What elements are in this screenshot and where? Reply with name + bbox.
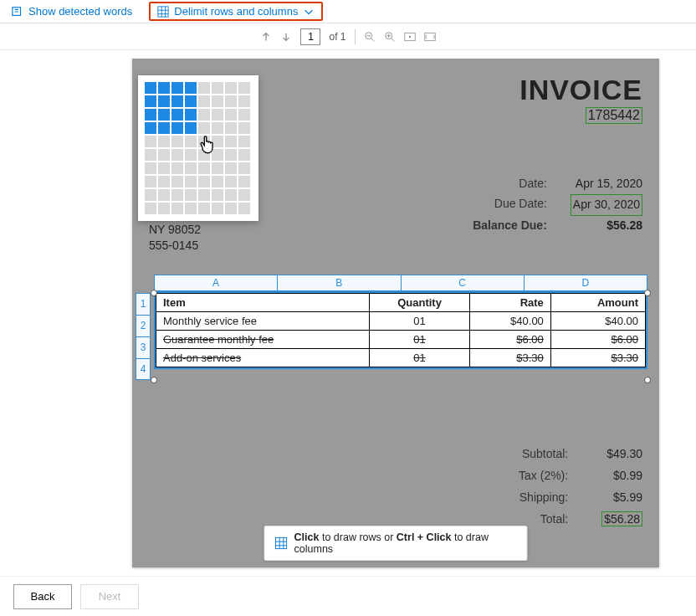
grid-cell[interactable] bbox=[212, 162, 223, 174]
grid-cell[interactable] bbox=[171, 95, 183, 107]
grid-cell[interactable] bbox=[238, 189, 250, 201]
grid-cell[interactable] bbox=[238, 176, 250, 187]
grid-cell[interactable] bbox=[171, 122, 183, 134]
grid-cell[interactable] bbox=[198, 203, 210, 214]
grid-cell[interactable] bbox=[198, 109, 210, 121]
grid-cell[interactable] bbox=[171, 203, 183, 214]
grid-cell[interactable] bbox=[158, 149, 170, 161]
grid-cell[interactable] bbox=[238, 109, 250, 121]
grid-cell[interactable] bbox=[225, 109, 237, 121]
grid-cell[interactable] bbox=[158, 189, 170, 201]
grid-cell[interactable] bbox=[171, 162, 183, 174]
col-B[interactable]: B bbox=[277, 275, 400, 291]
grid-cell[interactable] bbox=[171, 82, 183, 94]
grid-cell[interactable] bbox=[198, 82, 210, 94]
grid-cell[interactable] bbox=[185, 149, 197, 161]
grid-cell[interactable] bbox=[212, 203, 223, 214]
grid-cell[interactable] bbox=[145, 95, 156, 107]
grid-size-picker[interactable] bbox=[138, 75, 258, 221]
delimit-dropdown[interactable]: Delimit rows and columns bbox=[149, 2, 323, 21]
resize-handle-sw[interactable] bbox=[151, 377, 157, 383]
grid-cell[interactable] bbox=[171, 109, 183, 121]
grid-cell[interactable] bbox=[185, 122, 197, 134]
grid-cell[interactable] bbox=[158, 82, 170, 94]
grid-cell[interactable] bbox=[171, 189, 183, 201]
col-D[interactable]: D bbox=[524, 275, 647, 291]
grid-cell[interactable] bbox=[212, 109, 223, 121]
grid-cell[interactable] bbox=[212, 176, 223, 187]
grid-cell[interactable] bbox=[212, 82, 223, 94]
table-selection[interactable]: A B C D 1 2 3 4 Item Quantity Rate Amoun… bbox=[132, 275, 647, 369]
resize-handle-se[interactable] bbox=[644, 377, 651, 383]
grid-cell[interactable] bbox=[238, 162, 250, 174]
grid-cell[interactable] bbox=[225, 149, 237, 161]
grid-cell[interactable] bbox=[185, 176, 197, 187]
resize-handle-nw[interactable] bbox=[151, 290, 157, 296]
grid-cell[interactable] bbox=[158, 136, 170, 147]
grid-cell[interactable] bbox=[171, 176, 183, 187]
grid-cell[interactable] bbox=[185, 203, 197, 214]
grid-cell[interactable] bbox=[145, 122, 156, 134]
grid-cell[interactable] bbox=[145, 109, 156, 121]
row-2[interactable]: 2 bbox=[136, 315, 151, 336]
row-3[interactable]: 3 bbox=[136, 336, 151, 358]
grid-cell[interactable] bbox=[145, 136, 156, 147]
grid-cell[interactable] bbox=[145, 149, 156, 161]
grid-cell[interactable] bbox=[198, 189, 210, 201]
grid-cell[interactable] bbox=[145, 203, 156, 214]
row-1[interactable]: 1 bbox=[136, 293, 151, 315]
row-4[interactable]: 4 bbox=[136, 358, 151, 380]
grid-cell[interactable] bbox=[158, 162, 170, 174]
grid-cell[interactable] bbox=[185, 109, 197, 121]
arrow-down-icon[interactable] bbox=[280, 31, 292, 43]
fit-page-icon[interactable] bbox=[424, 31, 436, 43]
grid-cell[interactable] bbox=[158, 95, 170, 107]
zoom-in-icon[interactable] bbox=[384, 31, 396, 43]
grid-cell[interactable] bbox=[238, 122, 250, 134]
grid-cell[interactable] bbox=[171, 136, 183, 147]
back-button[interactable]: Back bbox=[13, 584, 72, 609]
grid-cell[interactable] bbox=[145, 189, 156, 201]
grid-cell[interactable] bbox=[171, 149, 183, 161]
grid-cell[interactable] bbox=[158, 122, 170, 134]
page-number-input[interactable]: 1 bbox=[300, 28, 320, 45]
grid-cell[interactable] bbox=[212, 122, 223, 134]
grid-cell[interactable] bbox=[212, 95, 223, 107]
grid-cell[interactable] bbox=[145, 162, 156, 174]
grid-cell[interactable] bbox=[145, 176, 156, 187]
arrow-up-icon[interactable] bbox=[260, 31, 272, 43]
fit-width-icon[interactable] bbox=[404, 31, 416, 43]
grid-cell[interactable] bbox=[238, 149, 250, 161]
grid-cell[interactable] bbox=[225, 82, 237, 94]
grid-cell[interactable] bbox=[225, 95, 237, 107]
grid-cell[interactable] bbox=[198, 95, 210, 107]
zoom-out-icon[interactable] bbox=[364, 31, 376, 43]
grid-cell[interactable] bbox=[198, 122, 210, 134]
grid-cell[interactable] bbox=[212, 189, 223, 201]
grid-cell[interactable] bbox=[225, 189, 237, 201]
grid-cell[interactable] bbox=[145, 82, 156, 94]
grid-cell[interactable] bbox=[238, 136, 250, 147]
grid-cell[interactable] bbox=[238, 95, 250, 107]
grid-cell[interactable] bbox=[185, 136, 197, 147]
grid-cell[interactable] bbox=[185, 95, 197, 107]
col-C[interactable]: C bbox=[401, 275, 524, 291]
grid-cell[interactable] bbox=[225, 203, 237, 214]
grid-cell[interactable] bbox=[185, 162, 197, 174]
grid-cell[interactable] bbox=[225, 136, 237, 147]
resize-handle-ne[interactable] bbox=[644, 290, 651, 296]
grid-cell[interactable] bbox=[158, 203, 170, 214]
grid-cell[interactable] bbox=[238, 82, 250, 94]
grid-cell[interactable] bbox=[158, 109, 170, 121]
grid-cell[interactable] bbox=[158, 176, 170, 187]
grid-cell[interactable] bbox=[225, 122, 237, 134]
grid-cell[interactable] bbox=[225, 176, 237, 187]
col-A[interactable]: A bbox=[154, 275, 277, 291]
grid-cell[interactable] bbox=[238, 203, 250, 214]
grid-cell[interactable] bbox=[185, 82, 197, 94]
grid-cell[interactable] bbox=[185, 189, 197, 201]
grid-cell[interactable] bbox=[198, 176, 210, 187]
show-detected-words-link[interactable]: Show detected words bbox=[12, 5, 132, 18]
grid-cell[interactable] bbox=[225, 162, 237, 174]
grid-cell[interactable] bbox=[198, 162, 210, 174]
